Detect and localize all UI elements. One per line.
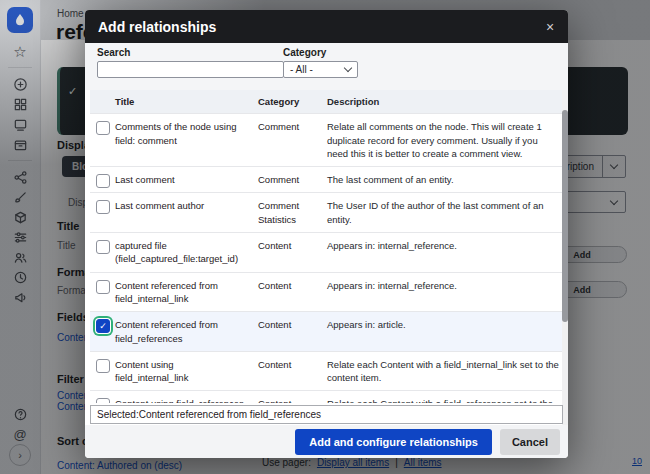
category-label: Category: [283, 47, 326, 58]
row-title: Content referenced from field_references: [115, 312, 258, 351]
row-description: Appears in: article.: [327, 312, 563, 351]
dialog-filters: Search Category - All -: [85, 43, 568, 90]
row-checkbox[interactable]: ✓: [96, 319, 110, 333]
add-relationships-dialog: Add relationships × Search Category - Al…: [85, 10, 568, 458]
row-category: Content: [258, 312, 327, 351]
row-checkbox[interactable]: [96, 121, 110, 135]
row-category: Comment Statistics: [258, 193, 327, 232]
dialog-title: Add relationships: [85, 19, 216, 35]
row-checkbox[interactable]: [96, 174, 110, 188]
row-description: Appears in: internal_reference.: [327, 233, 563, 272]
row-checkbox[interactable]: [96, 200, 110, 214]
row-description: Appears in: internal_reference.: [327, 273, 563, 312]
dialog-footer: Add and configure relationships Cancel: [85, 425, 568, 458]
relationships-table: Title Category Description Comments of t…: [90, 90, 563, 403]
row-description: The User ID of the author of the last co…: [327, 193, 563, 232]
checkbox-cell: [90, 273, 115, 312]
category-selected-value: - All -: [290, 64, 345, 75]
row-title: Content using field_internal_link: [115, 352, 258, 391]
relationship-row[interactable]: Content using field_referencesContentRel…: [90, 390, 563, 403]
cancel-button[interactable]: Cancel: [500, 429, 560, 455]
row-category: Content: [258, 233, 327, 272]
table-header-row: Title Category Description: [90, 90, 563, 113]
row-checkbox[interactable]: [96, 240, 110, 254]
row-category: Comment: [258, 167, 327, 192]
row-category: Comment: [258, 114, 327, 166]
row-checkbox[interactable]: [96, 359, 110, 373]
checkbox-cell: ✓: [90, 312, 115, 351]
selected-summary-field: Selected:Content referenced from field_r…: [90, 405, 563, 424]
column-header-description: Description: [327, 90, 563, 113]
scrollbar-thumb[interactable]: [562, 110, 568, 322]
checkbox-cell: [90, 391, 115, 403]
header-checkbox-spacer: [90, 90, 115, 113]
row-category: Content: [258, 273, 327, 312]
relationship-row[interactable]: Content using field_internal_linkContent…: [90, 351, 563, 391]
dialog-scrollbar[interactable]: [562, 90, 568, 425]
row-title: Last comment: [115, 167, 258, 192]
row-title: Content referenced from field_internal_l…: [115, 273, 258, 312]
row-description: Relate each Content with a field_referen…: [327, 391, 563, 403]
relationship-row[interactable]: Content referenced from field_internal_l…: [90, 272, 563, 312]
relationship-row[interactable]: captured file (field_captured_file:targe…: [90, 232, 563, 272]
category-select[interactable]: - All -: [283, 61, 358, 78]
row-category: Content: [258, 352, 327, 391]
relationships-table-body: Comments of the node using field: commen…: [90, 113, 563, 403]
checkbox-cell: [90, 167, 115, 192]
row-title: Comments of the node using field: commen…: [115, 114, 258, 166]
add-and-configure-button[interactable]: Add and configure relationships: [295, 429, 492, 455]
row-description: The last comment of an entity.: [327, 167, 563, 192]
search-input[interactable]: [97, 61, 284, 78]
column-header-category: Category: [258, 90, 327, 113]
row-checkbox[interactable]: [96, 280, 110, 294]
row-category: Content: [258, 391, 327, 403]
row-checkbox[interactable]: [96, 398, 110, 403]
row-description: Relate all comments on the node. This wi…: [327, 114, 563, 166]
close-icon[interactable]: ×: [538, 15, 562, 39]
row-title: Content using field_references: [115, 391, 258, 403]
relationship-row[interactable]: Comments of the node using field: commen…: [90, 113, 563, 166]
relationship-row[interactable]: Last comment authorComment StatisticsThe…: [90, 192, 563, 232]
search-label: Search: [97, 47, 130, 58]
checkbox-cell: [90, 352, 115, 391]
row-title: captured file (field_captured_file:targe…: [115, 233, 258, 272]
relationship-row[interactable]: ✓Content referenced from field_reference…: [90, 311, 563, 351]
column-header-title: Title: [115, 90, 258, 113]
row-description: Relate each Content with a field_interna…: [327, 352, 563, 391]
chevron-down-icon: [344, 64, 352, 72]
checkbox-cell: [90, 233, 115, 272]
checkbox-cell: [90, 193, 115, 232]
dialog-header: Add relationships ×: [85, 10, 568, 43]
checkbox-cell: [90, 114, 115, 166]
row-title: Last comment author: [115, 193, 258, 232]
relationships-table-wrapper: Title Category Description Comments of t…: [85, 90, 568, 403]
relationship-row[interactable]: Last commentCommentThe last comment of a…: [90, 166, 563, 192]
